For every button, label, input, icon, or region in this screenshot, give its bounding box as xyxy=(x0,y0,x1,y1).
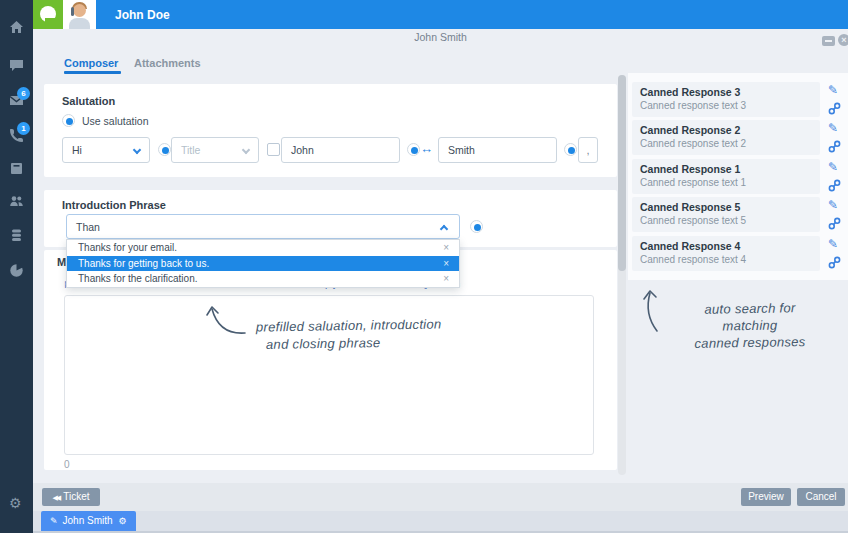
title-select-placeholder: Title xyxy=(181,144,200,156)
mail-badge: 6 xyxy=(17,87,30,100)
remove-option-icon[interactable]: × xyxy=(443,240,449,256)
intro-phrase-dropdown: Thanks for your email. × Thanks for gett… xyxy=(66,239,460,288)
chevron-down-icon xyxy=(133,146,141,154)
canned-response-card[interactable]: Canned Response 1 Canned response text 1 xyxy=(632,159,820,194)
title-select[interactable]: Title xyxy=(171,137,259,163)
dropdown-option[interactable]: Thanks for the clarification. × xyxy=(67,271,459,287)
annotation-side-line3: canned responses xyxy=(660,332,840,352)
cancel-button[interactable]: Cancel xyxy=(797,488,845,506)
dropdown-option[interactable]: Thanks for your email. × xyxy=(67,240,459,256)
link-icon[interactable] xyxy=(828,255,841,268)
canned-response-card[interactable]: Canned Response 3 Canned response text 3 xyxy=(632,82,820,117)
char-counter: 0 xyxy=(64,459,70,470)
last-name-field[interactable]: Smith xyxy=(438,137,557,163)
home-icon[interactable] xyxy=(9,20,24,35)
greeting-select[interactable]: Hi xyxy=(62,137,150,163)
separator-field[interactable]: , xyxy=(578,137,598,163)
preview-button[interactable]: Preview xyxy=(741,488,791,506)
calls-badge: 1 xyxy=(17,122,30,135)
gear-icon[interactable]: ⚙ xyxy=(119,516,127,526)
chats-icon[interactable] xyxy=(9,58,24,73)
salutation-section xyxy=(44,84,617,177)
chevron-up-icon xyxy=(440,225,448,233)
rewind-icon: ◀◀ xyxy=(52,494,59,501)
intro-phrase-radio[interactable] xyxy=(470,220,483,233)
back-to-ticket-button[interactable]: ◀◀Ticket xyxy=(42,488,100,506)
greeting-select-value: Hi xyxy=(72,144,82,156)
link-icon[interactable] xyxy=(828,101,841,114)
canned-response-card[interactable]: Canned Response 2 Canned response text 2 xyxy=(632,120,820,155)
mail-icon[interactable]: 6 xyxy=(9,93,24,108)
topbar: John Doe xyxy=(96,0,848,29)
edit-pencil-icon[interactable]: ✎ xyxy=(828,238,842,252)
annotation-main-line2: and closing phrase xyxy=(266,334,381,353)
footer-tabs-bar xyxy=(33,511,848,533)
title-checkbox[interactable] xyxy=(267,143,280,156)
remove-option-icon[interactable]: × xyxy=(443,256,449,272)
agent-avatar[interactable] xyxy=(63,0,96,29)
dropdown-option-selected[interactable]: Thanks for getting back to us. × xyxy=(67,256,459,272)
topbar-user-name: John Doe xyxy=(115,8,170,22)
settings-gears-icon[interactable]: ⚙ xyxy=(9,496,24,511)
swap-names-icon[interactable]: ↔ xyxy=(420,141,433,156)
contacts-icon[interactable] xyxy=(9,194,24,209)
salutation-heading: Salutation xyxy=(62,95,115,107)
canned-response-card[interactable]: Canned Response 5 Canned response text 5 xyxy=(632,197,820,232)
sidebar: 6 1 ⚙ xyxy=(0,0,33,533)
edit-pencil-icon[interactable]: ✎ xyxy=(828,122,842,136)
annotation-arrow xyxy=(205,300,247,340)
greeting-radio[interactable] xyxy=(158,143,171,156)
edit-pencil-icon[interactable]: ✎ xyxy=(828,199,842,213)
link-icon[interactable] xyxy=(828,216,841,229)
link-icon[interactable] xyxy=(828,139,841,152)
first-name-radio[interactable] xyxy=(407,143,420,156)
app-window: 6 1 ⚙ John Doe John Smith × Composer At xyxy=(0,0,848,533)
ticket-title: John Smith xyxy=(33,31,848,46)
last-name-radio[interactable] xyxy=(564,143,577,156)
intro-phrase-heading: Introduction Phrase xyxy=(62,199,166,211)
tab-composer[interactable]: Composer xyxy=(64,57,118,69)
use-salutation-label: Use salutation xyxy=(82,115,149,127)
footer-bar xyxy=(33,483,848,511)
brand-logo-icon xyxy=(40,6,56,22)
close-icon[interactable]: × xyxy=(838,34,848,46)
tab-attachments[interactable]: Attachments xyxy=(134,57,201,69)
annotation-main-line1: prefilled saluation, introduction xyxy=(256,315,442,335)
brand-logo[interactable] xyxy=(33,0,63,29)
first-name-field[interactable]: John xyxy=(281,137,400,163)
remove-option-icon[interactable]: × xyxy=(443,271,449,287)
minimize-icon[interactable] xyxy=(822,36,835,46)
edit-pencil-icon[interactable]: ✎ xyxy=(828,84,842,98)
agent-chip[interactable]: ✎John Smith⚙ xyxy=(41,511,136,531)
calls-icon[interactable]: 1 xyxy=(9,128,24,143)
tickets-icon[interactable] xyxy=(9,161,24,176)
pencil-icon: ✎ xyxy=(50,516,58,526)
canned-response-card[interactable]: Canned Response 4 Canned response text 4 xyxy=(632,236,820,271)
intro-phrase-input[interactable]: Than xyxy=(66,214,460,239)
intro-phrase-value: Than xyxy=(76,221,100,233)
scrollbar-thumb[interactable] xyxy=(618,75,626,271)
edit-pencil-icon[interactable]: ✎ xyxy=(828,161,842,175)
use-salutation-radio[interactable] xyxy=(62,114,75,127)
tab-active-underline xyxy=(64,71,121,74)
chevron-down-icon xyxy=(242,146,250,154)
link-icon[interactable] xyxy=(828,178,841,191)
database-icon[interactable] xyxy=(9,228,24,243)
reports-pie-icon[interactable] xyxy=(9,263,24,278)
